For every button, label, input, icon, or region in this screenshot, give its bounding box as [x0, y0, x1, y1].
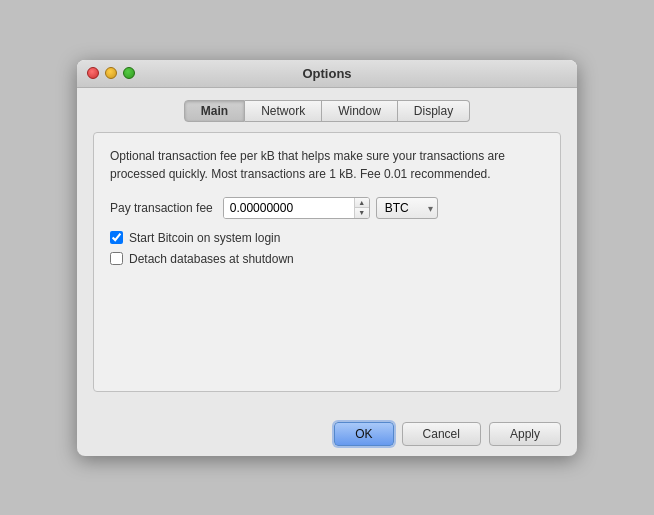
fee-increment-button[interactable]: ▲	[355, 198, 369, 208]
window-title: Options	[302, 66, 351, 81]
currency-select-wrapper: BTC mBTC μBTC	[376, 197, 438, 219]
main-panel: Optional transaction fee per kB that hel…	[93, 132, 561, 392]
currency-select[interactable]: BTC mBTC μBTC	[376, 197, 438, 219]
tab-main[interactable]: Main	[184, 100, 245, 122]
fee-decrement-button[interactable]: ▼	[355, 208, 369, 218]
description-text: Optional transaction fee per kB that hel…	[110, 147, 544, 183]
apply-button[interactable]: Apply	[489, 422, 561, 446]
traffic-lights	[87, 67, 135, 79]
cancel-button[interactable]: Cancel	[402, 422, 481, 446]
fee-row: Pay transaction fee ▲ ▼ BTC mBTC μBTC	[110, 197, 544, 219]
fee-spinners: ▲ ▼	[354, 198, 369, 218]
footer: OK Cancel Apply	[77, 408, 577, 456]
maximize-button[interactable]	[123, 67, 135, 79]
tab-bar: Main Network Window Display	[93, 100, 561, 122]
tab-window[interactable]: Window	[322, 100, 398, 122]
close-button[interactable]	[87, 67, 99, 79]
fee-input-wrapper: ▲ ▼	[223, 197, 370, 219]
window-content: Main Network Window Display Optional tra…	[77, 88, 577, 408]
minimize-button[interactable]	[105, 67, 117, 79]
options-window: Options Main Network Window Display Opti…	[77, 60, 577, 456]
ok-button[interactable]: OK	[334, 422, 393, 446]
detach-db-row: Detach databases at shutdown	[110, 252, 544, 266]
start-login-label: Start Bitcoin on system login	[129, 231, 280, 245]
fee-input[interactable]	[224, 198, 354, 218]
fee-label: Pay transaction fee	[110, 201, 213, 215]
tab-network[interactable]: Network	[245, 100, 322, 122]
tab-display[interactable]: Display	[398, 100, 470, 122]
start-login-row: Start Bitcoin on system login	[110, 231, 544, 245]
detach-db-checkbox[interactable]	[110, 252, 123, 265]
titlebar: Options	[77, 60, 577, 88]
start-login-checkbox[interactable]	[110, 231, 123, 244]
detach-db-label: Detach databases at shutdown	[129, 252, 294, 266]
